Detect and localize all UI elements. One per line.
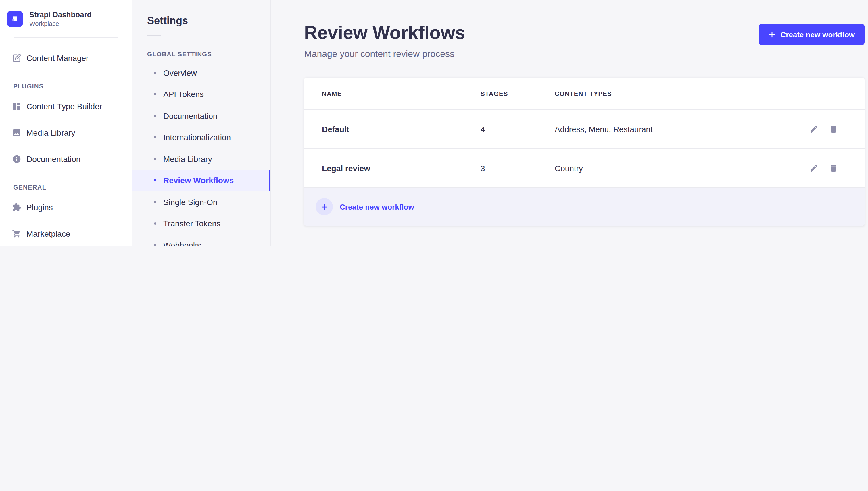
sidebar-item-plugins[interactable]: Plugins xyxy=(5,194,127,220)
plus-icon xyxy=(768,31,775,38)
settings-nav-item-label: Single Sign-On xyxy=(163,198,217,207)
sidebar-item-label: Content-Type Builder xyxy=(26,102,102,111)
sidebar-item-label: Marketplace xyxy=(26,229,71,238)
settings-nav-item-label: Review Workflows xyxy=(163,176,234,185)
layout-grid-icon xyxy=(12,102,21,111)
brand[interactable]: Strapi Dashboard Workplace xyxy=(0,0,132,37)
sidebar-item-content-type-builder[interactable]: Content-Type Builder xyxy=(5,93,127,119)
settings-section-global: GLOBAL SETTINGS xyxy=(147,51,270,57)
workflow-content-types: Country xyxy=(555,163,790,173)
page-header: Review Workflows Manage your content rev… xyxy=(304,23,865,59)
page-title: Review Workflows xyxy=(304,23,465,43)
settings-nav-item-transfer-tokens[interactable]: Transfer Tokens xyxy=(132,213,270,234)
trash-icon xyxy=(829,163,838,173)
image-icon xyxy=(12,128,21,137)
cart-icon xyxy=(12,229,21,238)
delete-workflow-button[interactable] xyxy=(829,124,838,134)
bullet-icon xyxy=(154,201,156,203)
sidebar-item-documentation[interactable]: Documentation xyxy=(5,146,127,172)
sidebar-item-content-manager[interactable]: Content Manager xyxy=(5,45,127,71)
settings-nav-title: Settings xyxy=(147,15,270,27)
edit-square-icon xyxy=(12,53,21,62)
sidebar-item-label: Media Library xyxy=(26,128,75,137)
settings-nav-item-label: Media Library xyxy=(163,154,212,164)
delete-workflow-button[interactable] xyxy=(829,163,838,173)
main-content: Review Workflows Manage your content rev… xyxy=(271,0,868,246)
workspace-name: Workplace xyxy=(29,20,92,28)
sidebar-item-label: Documentation xyxy=(26,154,80,163)
edit-workflow-button[interactable] xyxy=(809,163,819,173)
bullet-icon xyxy=(154,244,156,246)
nav-section-label-general: GENERAL xyxy=(13,183,132,191)
pencil-icon xyxy=(809,124,819,134)
page-subtitle: Manage your content review process xyxy=(304,49,465,59)
strapi-logo-icon xyxy=(7,11,23,27)
settings-nav-item-review-workflows[interactable]: Review Workflows xyxy=(132,170,270,191)
workflow-name: Legal review xyxy=(304,163,481,173)
settings-nav-item-label: Overview xyxy=(163,68,197,78)
row-actions xyxy=(790,163,865,173)
pencil-icon xyxy=(809,163,819,173)
info-icon xyxy=(12,154,21,163)
settings-nav-item-webhooks[interactable]: Webhooks xyxy=(132,234,270,246)
plus-circle-icon xyxy=(316,198,333,215)
create-workflow-button-label: Create new workflow xyxy=(780,30,855,39)
settings-nav-item-media-library[interactable]: Media Library xyxy=(132,148,270,170)
column-header-content-types: CONTENT TYPES xyxy=(555,90,790,97)
workflow-name: Default xyxy=(304,124,481,134)
settings-nav-item-label: Documentation xyxy=(163,111,217,121)
page-header-text: Review Workflows Manage your content rev… xyxy=(304,23,465,59)
settings-nav-item-internationalization[interactable]: Internationalization xyxy=(132,126,270,148)
settings-nav-item-overview[interactable]: Overview xyxy=(132,62,270,84)
bullet-icon xyxy=(154,179,156,182)
main-sidebar: Strapi Dashboard Workplace Content Manag… xyxy=(0,0,132,246)
bullet-icon xyxy=(154,72,156,74)
sidebar-item-label: Plugins xyxy=(26,202,53,212)
settings-nav-item-label: Webhooks xyxy=(163,241,201,246)
table-footer-create-workflow[interactable]: Create new workflow xyxy=(304,188,865,226)
column-header-stages: STAGES xyxy=(481,90,555,97)
settings-subnav: Settings GLOBAL SETTINGS Overview API To… xyxy=(132,0,271,246)
sidebar-item-media-library[interactable]: Media Library xyxy=(5,119,127,146)
settings-nav-item-label: Transfer Tokens xyxy=(163,219,220,228)
row-actions xyxy=(790,124,865,134)
bullet-icon xyxy=(154,115,156,117)
bullet-icon xyxy=(154,136,156,139)
main-nav: Content Manager PLUGINS Content-Type Bui… xyxy=(0,38,132,246)
settings-nav-item-single-sign-on[interactable]: Single Sign-On xyxy=(132,191,270,213)
workflows-table: NAME STAGES CONTENT TYPES Default 4 Addr… xyxy=(304,78,865,226)
divider xyxy=(147,35,161,36)
settings-nav-item-api-tokens[interactable]: API Tokens xyxy=(132,84,270,105)
sidebar-item-label: Content Manager xyxy=(26,53,88,62)
brand-text: Strapi Dashboard Workplace xyxy=(29,10,92,28)
table-row[interactable]: Default 4 Address, Menu, Restaurant xyxy=(304,110,865,149)
table-row[interactable]: Legal review 3 Country xyxy=(304,149,865,188)
settings-nav-item-label: API Tokens xyxy=(163,90,204,99)
bullet-icon xyxy=(154,93,156,96)
workflow-stages: 4 xyxy=(481,124,555,134)
sidebar-item-marketplace[interactable]: Marketplace xyxy=(5,220,127,246)
create-workflow-button[interactable]: Create new workflow xyxy=(759,24,865,45)
puzzle-icon xyxy=(12,202,21,212)
trash-icon xyxy=(829,124,838,134)
brand-title: Strapi Dashboard xyxy=(29,10,92,20)
nav-section-label-plugins: PLUGINS xyxy=(13,82,132,89)
bullet-icon xyxy=(154,158,156,160)
column-header-name: NAME xyxy=(304,90,481,97)
edit-workflow-button[interactable] xyxy=(809,124,819,134)
settings-nav-item-label: Internationalization xyxy=(163,133,231,142)
workflow-stages: 3 xyxy=(481,163,555,173)
settings-nav-item-documentation[interactable]: Documentation xyxy=(132,105,270,126)
footer-create-workflow-label: Create new workflow xyxy=(340,202,414,211)
bullet-icon xyxy=(154,223,156,225)
app-window: Strapi Dashboard Workplace Content Manag… xyxy=(0,0,868,246)
table-header-row: NAME STAGES CONTENT TYPES xyxy=(304,78,865,110)
workflow-content-types: Address, Menu, Restaurant xyxy=(555,124,790,134)
